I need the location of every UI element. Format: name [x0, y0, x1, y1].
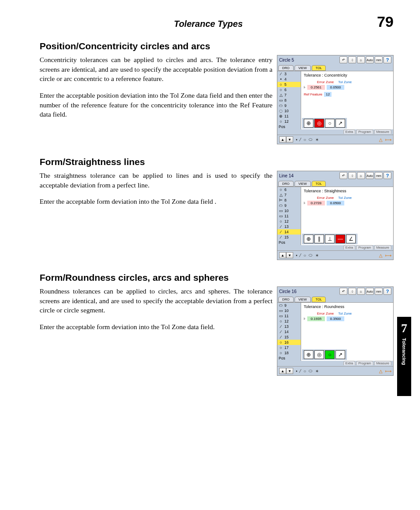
auto-button[interactable]: Auto — [366, 56, 374, 63]
point-icon[interactable]: • — [296, 137, 298, 142]
tool-button[interactable]: ⎀ — [348, 288, 356, 295]
tab-extra[interactable]: Extra — [343, 361, 356, 365]
ref-feature-value[interactable]: 12 — [324, 92, 332, 97]
error-zone-value[interactable]: 0.2561 — [307, 85, 325, 90]
units-button[interactable]: mm — [375, 288, 383, 295]
tolerance-symbol-button[interactable]: ↗ — [335, 119, 345, 128]
tab-dro[interactable]: DRO — [278, 181, 294, 187]
tab-dro[interactable]: DRO — [278, 65, 294, 71]
tolerance-symbol-button[interactable]: ⊕ — [304, 119, 313, 128]
tol-zone-value[interactable]: 0.0500 — [327, 201, 344, 205]
point-icon[interactable]: • — [296, 253, 298, 258]
help-button[interactable]: ? — [383, 288, 391, 295]
feature-list-row[interactable]: • 4 — [277, 77, 301, 82]
units-button[interactable]: mm — [375, 172, 383, 179]
tab-view[interactable]: VIEW — [295, 65, 311, 71]
scroll-down-button[interactable]: ▼ — [286, 136, 293, 143]
tool-button[interactable]: ⎀ — [348, 172, 356, 179]
undo-button[interactable]: ↶ — [339, 288, 347, 295]
feature-list-row[interactable]: ⬭ 9 — [277, 203, 301, 208]
line-icon[interactable]: ∕ — [300, 137, 301, 142]
tab-tol[interactable]: TOL — [312, 181, 326, 187]
measure-icon[interactable]: ⟼ — [385, 253, 391, 258]
feature-list-row[interactable]: ○ 16 — [277, 340, 301, 345]
tab-program[interactable]: Program — [356, 245, 373, 249]
feature-list-row[interactable]: ○ 12 — [277, 219, 301, 224]
feature-list-row[interactable]: ○ 6 — [277, 87, 301, 92]
scroll-up-button[interactable]: ▲ — [279, 136, 286, 143]
feature-list-row[interactable]: ▭ 10 — [277, 208, 301, 213]
tab-tol[interactable]: TOL — [312, 297, 326, 302]
measure-icon[interactable]: ⟼ — [385, 137, 391, 142]
feature-list-row[interactable]: ◌ 10 — [277, 108, 301, 114]
tab-program[interactable]: Program — [356, 361, 373, 365]
tolerance-symbol-button[interactable]: ◎ — [314, 350, 324, 359]
ellipse-icon[interactable]: ⬭ — [309, 368, 313, 374]
tool-button[interactable]: ☼ — [357, 172, 365, 179]
tolerance-symbol-button[interactable]: ∥ — [314, 235, 324, 243]
tab-extra[interactable]: Extra — [343, 245, 356, 249]
tolerance-symbol-button[interactable]: — — [335, 235, 345, 243]
feature-list-row[interactable]: △ 7 — [277, 192, 301, 198]
circle-icon[interactable]: ○ — [303, 369, 306, 374]
warn-icon[interactable]: △ — [379, 137, 383, 142]
undo-button[interactable]: ↶ — [339, 56, 347, 63]
feature-list-row[interactable]: △ 7 — [277, 92, 301, 98]
tolerance-symbol-button[interactable]: ∠ — [346, 235, 356, 243]
tab-measure[interactable]: Measure — [374, 129, 391, 134]
warn-icon[interactable]: △ — [379, 369, 383, 374]
tab-measure[interactable]: Measure — [374, 245, 391, 249]
tolerance-symbol-button[interactable]: ⊥ — [325, 235, 335, 243]
feature-list-row[interactable]: ∕ 15 — [277, 235, 301, 240]
run-icon[interactable]: ✶ — [315, 369, 319, 374]
feature-list-row[interactable]: ∕ 15 — [277, 334, 301, 340]
scroll-down-button[interactable]: ▼ — [286, 252, 293, 258]
help-button[interactable]: ? — [383, 56, 391, 63]
feature-list-row[interactable]: ▭ 8 — [277, 98, 301, 103]
feature-list-row[interactable]: ⊗ 11 — [277, 114, 301, 119]
tool-button[interactable]: ☼ — [357, 288, 365, 295]
scroll-down-button[interactable]: ▼ — [286, 368, 293, 374]
feature-list-row[interactable]: ∕ 13 — [277, 224, 301, 229]
warn-icon[interactable]: △ — [379, 253, 383, 258]
tolerance-symbol-button[interactable]: ⊕ — [304, 235, 313, 243]
scroll-up-button[interactable]: ▲ — [279, 368, 286, 374]
tolerance-symbol-button[interactable]: ↗ — [335, 350, 345, 359]
feature-list-row[interactable]: ⬭ 9 — [277, 303, 301, 308]
tab-program[interactable]: Program — [356, 129, 373, 134]
tolerance-symbol-button[interactable]: ○ — [325, 119, 335, 128]
tool-button[interactable]: ⎀ — [348, 56, 356, 63]
units-button[interactable]: mm — [375, 56, 383, 63]
help-button[interactable]: ? — [383, 172, 391, 179]
error-zone-value[interactable]: 0.1935 — [307, 316, 325, 321]
feature-list-row[interactable]: ○ 6 — [277, 187, 301, 192]
run-icon[interactable]: ✶ — [315, 137, 319, 142]
tab-tol[interactable]: TOL — [312, 65, 326, 71]
undo-button[interactable]: ↶ — [339, 172, 347, 179]
ellipse-icon[interactable]: ⬭ — [309, 137, 313, 142]
tab-measure[interactable]: Measure — [374, 361, 391, 365]
point-icon[interactable]: • — [296, 369, 298, 374]
tol-zone-value[interactable]: 0.3500 — [327, 316, 344, 321]
feature-list-row[interactable]: ⊢ 8 — [277, 198, 301, 203]
tab-extra[interactable]: Extra — [343, 129, 356, 134]
auto-button[interactable]: Auto — [366, 172, 374, 179]
circle-icon[interactable]: ○ — [303, 253, 306, 258]
circle-icon[interactable]: ○ — [303, 137, 306, 142]
tolerance-symbol-button[interactable]: ⊕ — [304, 350, 313, 359]
feature-list-row[interactable]: ∕ 3 — [277, 71, 301, 77]
auto-button[interactable]: Auto — [366, 288, 374, 295]
feature-list-row[interactable]: ▭ 10 — [277, 308, 301, 313]
scroll-up-button[interactable]: ▲ — [279, 252, 286, 258]
error-zone-value[interactable]: 0.2728 — [307, 201, 325, 205]
feature-list-row[interactable]: ○ 12 — [277, 119, 301, 124]
feature-list-row[interactable]: ○ 17 — [277, 345, 301, 350]
tool-button[interactable]: ☼ — [357, 56, 365, 63]
line-icon[interactable]: ∕ — [300, 369, 301, 374]
feature-list-row[interactable]: ∕ 13 — [277, 324, 301, 329]
feature-list-row[interactable]: ○ 12 — [277, 319, 301, 324]
line-icon[interactable]: ∕ — [300, 253, 301, 258]
feature-list-row[interactable]: ∕ 14 — [277, 229, 301, 235]
feature-list-row[interactable]: ○ 5 — [277, 82, 301, 87]
tolerance-symbol-button[interactable]: ◎ — [314, 119, 324, 128]
